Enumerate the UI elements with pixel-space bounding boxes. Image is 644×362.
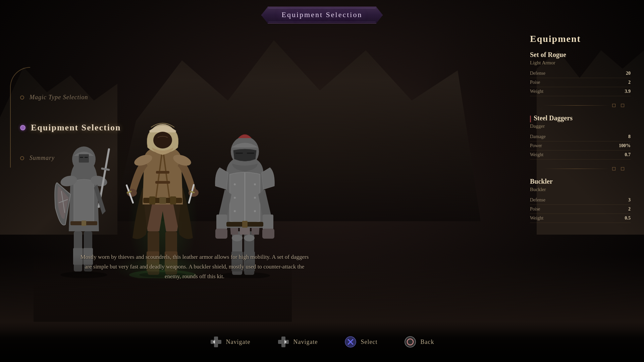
- ornament-line-2: [543, 169, 610, 169]
- weapon-type: Dagger: [530, 123, 631, 129]
- cross-icon: [344, 336, 357, 348]
- weapon-stat-damage: Damage 8: [530, 132, 631, 141]
- armor-weight-label: Weight: [530, 89, 543, 94]
- description-text: Mostly worn by thieves and scoundrels, t…: [77, 252, 312, 282]
- back-action[interactable]: Back: [404, 336, 434, 348]
- nav-panel: Magic Type Selection Equipment Selection…: [20, 94, 121, 162]
- svg-point-59: [254, 183, 256, 185]
- weapon-weight-value: 0.7: [625, 152, 631, 158]
- ornament-diamond-2: ◇: [619, 101, 627, 109]
- svg-rect-49: [216, 215, 227, 230]
- weapon-stat-weight: Weight 0.7: [530, 150, 631, 160]
- navigate-right-label: Navigate: [293, 339, 318, 346]
- nav-dot-magic: [20, 96, 24, 100]
- armor-weight-value: 3.9: [625, 89, 631, 94]
- ornament-diamond-3: ◇: [610, 164, 618, 173]
- nav-items: Magic Type Selection Equipment Selection…: [20, 94, 121, 162]
- svg-rect-26: [155, 181, 170, 184]
- svg-rect-50: [263, 215, 273, 230]
- weapon-name-row: Steel Daggers: [530, 114, 631, 123]
- weapon-power-label: Power: [530, 143, 542, 148]
- ornament-line-1: [543, 105, 610, 106]
- armor-section: Set of Rogue Light Armor Defense 20 Pois…: [530, 51, 631, 96]
- shield-stat-weight: Weight 0.5: [530, 214, 631, 223]
- shield-type: Buckler: [530, 187, 631, 192]
- shield-stat-defense: Defense 3: [530, 196, 631, 205]
- nav-dot-summary: [20, 156, 24, 160]
- navigate-left-action[interactable]: Navigate: [210, 336, 251, 348]
- shield-defense-label: Defense: [530, 197, 545, 203]
- svg-rect-55: [247, 153, 254, 154]
- svg-rect-25: [156, 171, 169, 174]
- armor-stat-poise: Poise 2: [530, 78, 631, 87]
- character-center-svg: [116, 104, 210, 278]
- armor-poise-value: 2: [628, 80, 631, 85]
- armor-defense-value: 20: [626, 71, 631, 76]
- equipment-panel-title: Equipment: [530, 34, 631, 44]
- svg-point-45: [244, 235, 255, 241]
- armor-stat-weight: Weight 3.9: [530, 87, 631, 96]
- divider-1: ◇ ◇: [530, 102, 631, 109]
- sidebar-item-summary[interactable]: Summary: [20, 155, 121, 162]
- svg-rect-68: [278, 340, 289, 344]
- svg-rect-28: [149, 196, 155, 204]
- weapon-section: Steel Daggers Dagger Damage 8 Power 100%…: [530, 114, 631, 160]
- bottom-bar: Navigate Navigate Select: [0, 322, 644, 362]
- weapon-damage-value: 8: [628, 134, 631, 139]
- description-area: Mostly worn by thieves and scoundrels, t…: [77, 252, 312, 282]
- svg-rect-65: [211, 340, 221, 344]
- select-action[interactable]: Select: [344, 336, 377, 348]
- shield-stat-poise: Poise 2: [530, 205, 631, 214]
- svg-point-62: [234, 210, 236, 212]
- page-title: Equipment Selection: [282, 10, 363, 19]
- sidebar-item-magic-type[interactable]: Magic Type Selection: [20, 94, 121, 101]
- shield-weight-value: 0.5: [625, 216, 631, 221]
- sidebar-item-equipment[interactable]: Equipment Selection: [20, 123, 121, 133]
- svg-point-63: [254, 210, 256, 212]
- shield-name: Buckler: [530, 178, 631, 185]
- navigate-left-label: Navigate: [226, 339, 251, 346]
- back-label: Back: [420, 339, 434, 346]
- dpad-left-svg: [211, 337, 221, 347]
- svg-rect-51: [215, 229, 227, 239]
- weapon-name: Steel Daggers: [534, 114, 573, 122]
- svg-rect-29: [170, 196, 176, 204]
- dpad-left-icon: [210, 336, 222, 348]
- weapon-stat-power: Power 100%: [530, 141, 631, 150]
- dpad-right-icon: [277, 336, 289, 348]
- ornament-diamond-4: ◇: [619, 164, 627, 173]
- select-label: Select: [361, 339, 377, 346]
- svg-point-60: [234, 197, 236, 199]
- navigate-right-action[interactable]: Navigate: [277, 336, 318, 348]
- svg-rect-54: [235, 153, 243, 154]
- svg-point-73: [405, 337, 416, 347]
- title-bar: Equipment Selection: [261, 7, 383, 23]
- shield-poise-label: Poise: [530, 206, 540, 212]
- armor-name: Set of Rogue: [530, 51, 631, 59]
- svg-rect-30: [159, 197, 166, 204]
- nav-label-summary: Summary: [30, 155, 55, 162]
- armor-stat-defense: Defense 20: [530, 69, 631, 78]
- nav-label-equipment: Equipment Selection: [31, 123, 121, 133]
- weapon-damage-label: Damage: [530, 134, 546, 139]
- ornament-diamond-1: ◇: [610, 101, 618, 109]
- weapon-weight-label: Weight: [530, 152, 543, 158]
- svg-point-44: [232, 235, 243, 241]
- nav-dot-equipment: [20, 125, 25, 130]
- svg-rect-16: [82, 221, 86, 226]
- circle-icon: [404, 336, 416, 348]
- svg-rect-57: [242, 221, 248, 228]
- shield-poise-value: 2: [628, 206, 631, 212]
- svg-point-40: [153, 132, 172, 148]
- circle-btn-svg: [405, 336, 416, 348]
- armor-type: Light Armor: [530, 60, 631, 66]
- armor-defense-label: Defense: [530, 71, 545, 76]
- armor-poise-label: Poise: [530, 80, 540, 85]
- stats-panel: Equipment Set of Rogue Light Armor Defen…: [517, 27, 644, 234]
- cross-btn-svg: [345, 336, 356, 348]
- svg-rect-52: [262, 229, 274, 239]
- dpad-right-svg: [278, 337, 289, 347]
- shield-weight-label: Weight: [530, 216, 543, 221]
- weapon-accent-bar: [530, 116, 531, 122]
- shield-defense-value: 3: [628, 197, 631, 203]
